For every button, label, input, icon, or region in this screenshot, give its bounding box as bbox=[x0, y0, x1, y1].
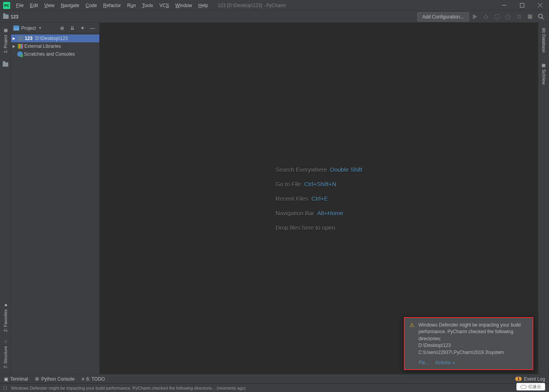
hint-drop-label: Drop files here to open bbox=[276, 224, 335, 231]
terminal-icon: ▣ bbox=[4, 376, 8, 382]
watermark-icon bbox=[520, 385, 527, 389]
structure-tab-label: 7: Structure bbox=[3, 346, 8, 368]
menu-tools[interactable]: Tools bbox=[139, 1, 156, 10]
hint-recent: Recent Files Ctrl+E bbox=[276, 195, 362, 202]
python-icon: ⚙ bbox=[35, 376, 39, 382]
bottom-tool-bar: ▣ Terminal ⚙ Python Console ≡ 6: TODO 1 … bbox=[0, 374, 549, 383]
database-tab-label: Database bbox=[542, 34, 546, 53]
menu-refactor[interactable]: Refactor bbox=[100, 1, 124, 10]
hint-recent-label: Recent Files bbox=[276, 195, 308, 202]
locate-button[interactable]: ⊕ bbox=[58, 24, 66, 33]
folder-icon bbox=[3, 15, 9, 19]
folder-icon[interactable] bbox=[3, 62, 8, 67]
hint-goto: Go to File Ctrl+Shift+N bbox=[276, 181, 362, 187]
tab-event-log[interactable]: Event Log bbox=[524, 376, 545, 382]
menu-window[interactable]: Window bbox=[173, 1, 195, 10]
menu-edit[interactable]: Edit bbox=[27, 1, 41, 10]
tab-database[interactable]: 🗄 Database bbox=[540, 25, 547, 56]
menu-code[interactable]: Code bbox=[83, 1, 100, 10]
tab-favorites[interactable]: 2: Favorites ★ bbox=[2, 299, 9, 335]
svg-rect-0 bbox=[502, 5, 506, 5]
tab-python-console[interactable]: ⚙ Python Console bbox=[35, 376, 75, 382]
hint-recent-key: Ctrl+E bbox=[311, 195, 328, 202]
tree-root[interactable]: ▶ 123 D:\Desktop\123 bbox=[11, 34, 99, 42]
tree-external-libs[interactable]: ▶ External Libraries bbox=[11, 42, 99, 50]
left-tool-strip: 1: Project ▦ 2: Favorites ★ 7: Structure… bbox=[0, 23, 11, 374]
menu-run[interactable]: Run bbox=[124, 1, 138, 10]
event-log-badge: 1 bbox=[515, 377, 522, 381]
project-view-selector[interactable]: Project ▼ bbox=[13, 25, 42, 31]
project-panel-title: Project bbox=[21, 25, 36, 31]
svg-line-10 bbox=[542, 18, 544, 19]
expand-all-button[interactable]: ⇊ bbox=[68, 24, 76, 33]
hint-navbar-label: Navigation Bar bbox=[276, 210, 314, 216]
favorites-tab-label: 2: Favorites bbox=[3, 309, 8, 332]
chevron-right-icon[interactable]: ▶ bbox=[13, 44, 16, 48]
project-view-icon bbox=[13, 25, 19, 31]
python-console-tab-label: Python Console bbox=[41, 376, 75, 382]
breadcrumb-root: 123 bbox=[11, 14, 18, 20]
tab-project[interactable]: 1: Project ▦ bbox=[2, 25, 9, 56]
hide-button[interactable]: — bbox=[88, 24, 97, 33]
project-icon: ▦ bbox=[3, 28, 8, 33]
notif-line3: C:\Users\22937\.PyCharm2019.3\system bbox=[418, 349, 528, 356]
run-button[interactable] bbox=[470, 12, 480, 22]
settings-button[interactable]: ✶ bbox=[78, 24, 87, 33]
minimize-button[interactable] bbox=[495, 0, 513, 11]
status-message: Windows Defender might be impacting your… bbox=[11, 386, 513, 390]
menu-vcs[interactable]: VCS bbox=[156, 1, 172, 10]
breadcrumb[interactable]: 123 bbox=[3, 14, 18, 20]
tab-terminal[interactable]: ▣ Terminal bbox=[4, 376, 28, 382]
tree-scratches[interactable]: Scratches and Consoles bbox=[11, 50, 99, 58]
tab-structure[interactable]: 7: Structure ⛬ bbox=[2, 337, 9, 372]
titlebar: PC File Edit View Navigate Code Refactor… bbox=[0, 0, 549, 11]
notification-text: Windows Defender might be impacting your… bbox=[418, 322, 528, 356]
menu-view[interactable]: View bbox=[42, 1, 57, 10]
library-icon bbox=[18, 44, 23, 49]
svg-line-7 bbox=[508, 16, 509, 17]
navbar: 123 Add Configuration... bbox=[0, 11, 549, 23]
notif-line2: D:\Desktop\123 bbox=[418, 342, 528, 349]
maximize-button[interactable] bbox=[513, 0, 531, 11]
grid-icon: ▦ bbox=[541, 63, 546, 68]
menubar: File Edit View Navigate Code Refactor Ru… bbox=[13, 1, 211, 10]
folder-icon bbox=[18, 36, 24, 41]
menu-navigate[interactable]: Navigate bbox=[58, 1, 82, 10]
menu-file[interactable]: File bbox=[13, 1, 26, 10]
star-icon: ★ bbox=[3, 303, 8, 308]
hint-drop: Drop files here to open bbox=[276, 224, 362, 231]
project-tree: ▶ 123 D:\Desktop\123 ▶ External Librarie… bbox=[11, 34, 99, 59]
editor-area[interactable]: Search Everywhere Double Shift Go to Fil… bbox=[100, 23, 538, 374]
window-title: 123 [D:\Desktop\123] - PyCharm bbox=[218, 3, 285, 8]
notification-fix-link[interactable]: Fix... bbox=[419, 360, 429, 365]
search-button[interactable] bbox=[536, 12, 546, 22]
welcome-hints: Search Everywhere Double Shift Go to Fil… bbox=[276, 166, 362, 231]
concurrency-button[interactable] bbox=[514, 12, 524, 22]
tree-root-name: 123 bbox=[25, 36, 33, 41]
stop-button[interactable] bbox=[525, 12, 535, 22]
add-configuration-button[interactable]: Add Configuration... bbox=[417, 12, 469, 22]
close-button[interactable] bbox=[531, 0, 549, 11]
hint-goto-label: Go to File bbox=[276, 181, 301, 187]
hint-search-key: Double Shift bbox=[330, 166, 362, 173]
status-icon[interactable]: ▢ bbox=[3, 385, 7, 390]
chevron-right-icon[interactable]: ▶ bbox=[13, 36, 16, 40]
hint-goto-key: Ctrl+Shift+N bbox=[304, 181, 336, 187]
debug-button[interactable] bbox=[481, 12, 491, 22]
tab-todo[interactable]: ≡ 6: TODO bbox=[82, 376, 105, 382]
svg-rect-1 bbox=[520, 4, 524, 7]
notification-actions-link[interactable]: Actions ▼ bbox=[435, 360, 455, 365]
svg-point-2 bbox=[484, 16, 487, 19]
status-bar: ▢ Windows Defender might be impacting yo… bbox=[0, 383, 549, 392]
tab-sciview[interactable]: ▦ SciView bbox=[540, 60, 547, 88]
menu-help[interactable]: Help bbox=[196, 1, 211, 10]
svg-line-4 bbox=[484, 16, 484, 17]
svg-rect-8 bbox=[528, 15, 532, 19]
menu-file-label: ile bbox=[19, 3, 24, 8]
sciview-tab-label: SciView bbox=[542, 69, 546, 85]
notif-line1: Windows Defender might be impacting your… bbox=[418, 322, 528, 342]
profile-button[interactable] bbox=[503, 12, 513, 22]
project-panel-header: Project ▼ ⊕ ⇊ ✶ — bbox=[11, 23, 99, 34]
database-icon: 🗄 bbox=[542, 28, 546, 33]
coverage-button[interactable] bbox=[492, 12, 502, 22]
